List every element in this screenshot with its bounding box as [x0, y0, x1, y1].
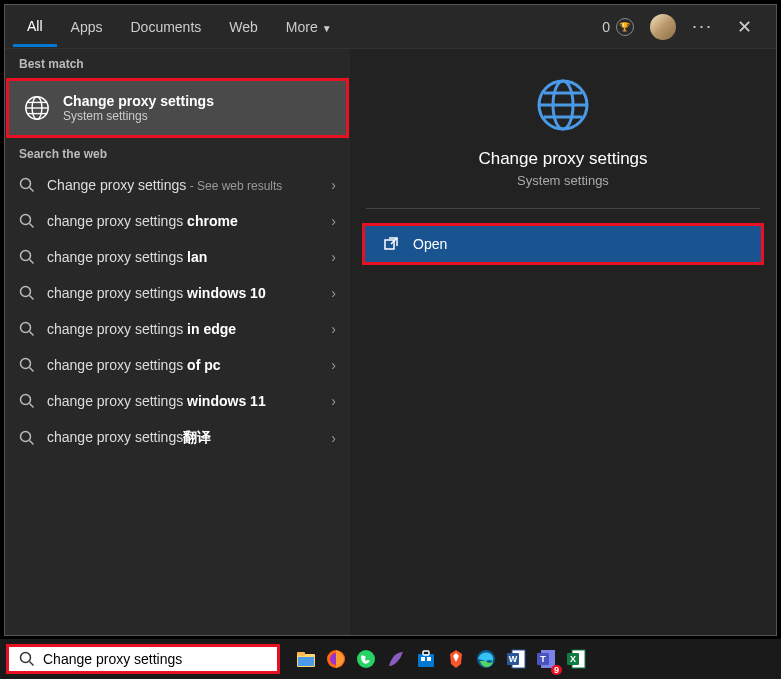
search-icon — [19, 357, 35, 373]
edge-icon[interactable] — [472, 645, 500, 673]
detail-header: Change proxy settings System settings — [366, 49, 760, 209]
best-match-title: Change proxy settings — [63, 93, 214, 109]
tab-apps[interactable]: Apps — [57, 11, 117, 43]
chevron-right-icon: › — [331, 213, 336, 229]
chevron-right-icon: › — [331, 285, 336, 301]
open-action[interactable]: Open — [362, 223, 764, 265]
windows-search-panel: All Apps Documents Web More ▼ 0 🏆 ··· ✕ … — [4, 4, 777, 636]
results-column: Best match Change proxy settings System … — [5, 49, 350, 635]
taskbar-search-box[interactable] — [6, 644, 280, 674]
svg-line-18 — [30, 404, 34, 408]
web-result-1[interactable]: change proxy settings chrome › — [5, 203, 350, 239]
detail-column: Change proxy settings System settings Op… — [350, 49, 776, 635]
best-match-header: Best match — [5, 49, 350, 77]
user-avatar[interactable] — [650, 14, 676, 40]
store-icon[interactable] — [412, 645, 440, 673]
search-icon — [19, 177, 35, 193]
svg-text:W: W — [509, 654, 518, 664]
chevron-right-icon: › — [331, 357, 336, 373]
web-result-0[interactable]: Change proxy settings - See web results … — [5, 167, 350, 203]
tab-web[interactable]: Web — [215, 11, 272, 43]
web-result-4[interactable]: change proxy settings in edge › — [5, 311, 350, 347]
search-icon — [19, 393, 35, 409]
search-tabs: All Apps Documents Web More ▼ 0 🏆 ··· ✕ — [5, 5, 776, 49]
svg-point-28 — [21, 653, 31, 663]
svg-point-7 — [21, 215, 31, 225]
best-match-result[interactable]: Change proxy settings System settings — [6, 78, 349, 138]
trophy-icon: 🏆 — [616, 18, 634, 36]
svg-point-9 — [21, 251, 31, 261]
search-icon — [19, 249, 35, 265]
brave-icon[interactable] — [442, 645, 470, 673]
svg-text:T: T — [540, 654, 546, 664]
web-result-3[interactable]: change proxy settings windows 10 › — [5, 275, 350, 311]
taskbar-search-input[interactable] — [43, 651, 267, 667]
svg-point-19 — [21, 432, 31, 442]
best-match-subtitle: System settings — [63, 109, 214, 123]
svg-line-12 — [30, 296, 34, 300]
tab-documents[interactable]: Documents — [116, 11, 215, 43]
firefox-icon[interactable] — [322, 645, 350, 673]
search-icon — [19, 651, 35, 667]
svg-point-13 — [21, 323, 31, 333]
svg-line-6 — [30, 188, 34, 192]
svg-rect-31 — [297, 652, 305, 656]
svg-rect-36 — [418, 654, 434, 667]
web-result-6[interactable]: change proxy settings windows 11 › — [5, 383, 350, 419]
svg-rect-37 — [423, 651, 429, 655]
chevron-right-icon: › — [331, 321, 336, 337]
detail-title: Change proxy settings — [366, 149, 760, 169]
feather-icon[interactable] — [382, 645, 410, 673]
svg-rect-32 — [298, 657, 314, 666]
svg-rect-39 — [427, 657, 431, 661]
chevron-right-icon: › — [331, 177, 336, 193]
search-web-header: Search the web — [5, 139, 350, 167]
search-icon — [19, 430, 35, 446]
search-icon — [19, 213, 35, 229]
svg-line-14 — [30, 332, 34, 336]
close-button[interactable]: ✕ — [729, 12, 760, 42]
svg-line-29 — [30, 662, 34, 666]
svg-rect-38 — [421, 657, 425, 661]
svg-point-17 — [21, 395, 31, 405]
tab-more[interactable]: More ▼ — [272, 11, 346, 43]
tab-all[interactable]: All — [13, 10, 57, 47]
svg-line-10 — [30, 260, 34, 264]
open-label: Open — [413, 236, 447, 252]
detail-subtitle: System settings — [366, 173, 760, 188]
open-icon — [383, 236, 399, 252]
svg-point-15 — [21, 359, 31, 369]
chevron-right-icon: › — [331, 249, 336, 265]
chevron-right-icon: › — [331, 393, 336, 409]
svg-line-8 — [30, 224, 34, 228]
excel-icon[interactable]: X — [562, 645, 590, 673]
svg-point-35 — [357, 650, 375, 668]
globe-icon — [535, 77, 591, 133]
file-explorer-icon[interactable] — [292, 645, 320, 673]
svg-text:X: X — [570, 654, 576, 664]
web-result-7[interactable]: change proxy settings翻译 › — [5, 419, 350, 457]
teams-icon[interactable]: T9 — [532, 645, 560, 673]
svg-point-5 — [21, 179, 31, 189]
web-result-5[interactable]: change proxy settings of pc › — [5, 347, 350, 383]
search-icon — [19, 321, 35, 337]
globe-icon — [23, 94, 51, 122]
taskbar: W T9 X — [0, 639, 781, 679]
web-result-2[interactable]: change proxy settings lan › — [5, 239, 350, 275]
chevron-right-icon: › — [331, 430, 336, 446]
svg-line-20 — [30, 441, 34, 445]
svg-point-11 — [21, 287, 31, 297]
word-icon[interactable]: W — [502, 645, 530, 673]
search-icon — [19, 285, 35, 301]
rewards-counter[interactable]: 0 🏆 — [602, 18, 634, 36]
whatsapp-icon[interactable] — [352, 645, 380, 673]
more-options-button[interactable]: ··· — [692, 16, 713, 37]
svg-line-16 — [30, 368, 34, 372]
